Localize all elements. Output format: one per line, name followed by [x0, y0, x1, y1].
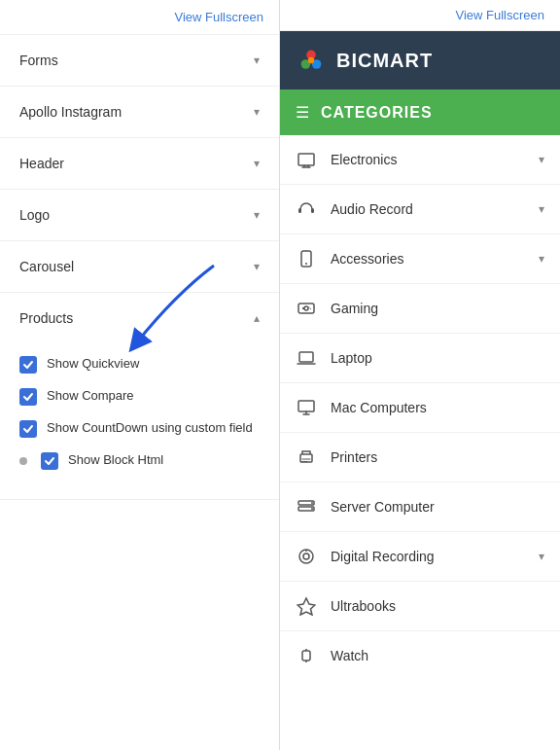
cat-item-ultrabooks[interactable]: Ultrabooks [280, 582, 560, 631]
cat-label-server: Server Computer [331, 499, 544, 515]
accordion-label-forms: Forms [19, 53, 58, 68]
mac-icon [296, 397, 317, 418]
show-block-html-row: Show Block Html [19, 451, 260, 470]
accordion-header-products[interactable]: Products ▴ [0, 293, 279, 343]
cat-label-digital: Digital Recording [331, 549, 525, 564]
cat-item-mac-computers[interactable]: Mac Computers [280, 383, 560, 433]
chevron-up-icon: ▴ [254, 311, 260, 325]
left-panel: View Fullscreen Forms ▾ Apollo Instagram… [0, 0, 280, 750]
accordion-header-logo[interactable]: Logo ▾ [0, 190, 279, 240]
ultrabooks-icon [296, 595, 317, 617]
show-compare-label: Show Compare [47, 387, 134, 405]
svg-rect-4 [298, 154, 314, 165]
accordion-logo: Logo ▾ [0, 190, 279, 241]
chevron-down-icon: ▾ [254, 105, 260, 119]
svg-point-3 [308, 57, 314, 63]
chevron-down-icon: ▾ [539, 550, 544, 563]
svg-point-13 [308, 306, 309, 307]
accordion-label-products: Products [19, 310, 73, 326]
show-countdown-label: Show CountDown using custom field [47, 419, 253, 437]
categories-header: ☰ CATEGORIES [280, 89, 560, 135]
show-quickview-label: Show Quickview [47, 355, 139, 373]
cat-label-ultrabooks: Ultrabooks [331, 598, 544, 614]
cat-item-accessories[interactable]: Accessories ▾ [280, 234, 560, 284]
printers-icon [296, 446, 317, 468]
svg-point-22 [299, 550, 313, 563]
show-compare-row: Show Compare [19, 387, 260, 406]
cat-label-electronics: Electronics [331, 152, 525, 167]
right-panel: View Fullscreen BICMART ☰ CATEGORIES Ele… [280, 0, 560, 750]
accordion-label-logo: Logo [19, 207, 50, 223]
svg-rect-16 [298, 401, 314, 411]
svg-point-21 [311, 508, 313, 510]
svg-point-10 [304, 306, 308, 310]
accordion-forms: Forms ▾ [0, 35, 279, 87]
show-quickview-row: Show Quickview [19, 355, 260, 374]
cat-label-gaming: Gaming [331, 301, 544, 316]
svg-marker-25 [298, 598, 315, 615]
chevron-down-icon: ▾ [254, 208, 260, 222]
hamburger-icon: ☰ [296, 103, 309, 122]
dot-indicator [19, 457, 27, 465]
server-icon [296, 496, 317, 518]
products-content: Show Quickview Show Compare Show CountDo… [0, 343, 279, 499]
cat-item-server-computer[interactable]: Server Computer [280, 482, 560, 532]
show-compare-checkbox[interactable] [19, 388, 37, 406]
cat-item-laptop[interactable]: Laptop [280, 334, 560, 383]
accordion-header-carousel[interactable]: Carousel ▾ [0, 241, 279, 292]
accordion-label-carousel: Carousel [19, 259, 74, 274]
show-block-html-label: Show Block Html [68, 451, 163, 469]
chevron-down-icon: ▾ [254, 157, 260, 170]
accordion-label-apollo: Apollo Instagram [19, 104, 122, 120]
electronics-icon [296, 149, 317, 170]
brand-header: BICMART [280, 31, 560, 89]
cat-item-gaming[interactable]: Gaming [280, 284, 560, 334]
fullscreen-link-right[interactable]: View Fullscreen [455, 8, 544, 22]
accordion-header-apollo[interactable]: Apollo Instagram ▾ [0, 87, 279, 137]
accordion-header-item: Header ▾ [0, 138, 279, 190]
fullscreen-link-left[interactable]: View Fullscreen [174, 10, 263, 24]
svg-point-20 [311, 502, 313, 504]
show-countdown-checkbox[interactable] [19, 420, 37, 438]
show-quickview-checkbox[interactable] [19, 356, 37, 374]
svg-rect-17 [300, 454, 312, 462]
accordion-carousel: Carousel ▾ [0, 241, 279, 293]
svg-rect-6 [311, 208, 314, 213]
view-fullscreen-left[interactable]: View Fullscreen [0, 0, 279, 35]
chevron-down-icon: ▾ [254, 54, 260, 67]
cat-label-accessories: Accessories [331, 251, 525, 267]
svg-rect-15 [299, 352, 313, 362]
chevron-down-icon: ▾ [254, 260, 260, 273]
digital-recording-icon [296, 546, 317, 567]
svg-rect-5 [298, 208, 301, 213]
svg-rect-9 [298, 304, 314, 313]
cat-item-audio-record[interactable]: Audio Record ▾ [280, 185, 560, 234]
cat-label-laptop: Laptop [331, 350, 544, 366]
watch-icon [296, 645, 317, 666]
view-fullscreen-right[interactable]: View Fullscreen [280, 0, 560, 31]
accordion-products: Products ▴ Show Quickview Show Compare [0, 293, 279, 500]
chevron-down-icon: ▾ [539, 153, 544, 166]
cat-item-digital-recording[interactable]: Digital Recording ▾ [280, 532, 560, 582]
accordion-header-forms[interactable]: Forms ▾ [0, 35, 279, 86]
cat-item-printers[interactable]: Printers [280, 433, 560, 482]
brand-name-text: BICMART [336, 50, 433, 72]
accordion-header-header[interactable]: Header ▾ [0, 138, 279, 189]
gaming-icon [296, 298, 317, 319]
svg-point-14 [310, 308, 311, 309]
cat-item-watch[interactable]: Watch [280, 631, 560, 680]
accessories-icon [296, 248, 317, 269]
svg-point-23 [303, 554, 309, 559]
categories-title: CATEGORIES [321, 104, 433, 122]
svg-rect-26 [302, 651, 310, 661]
accordion-apollo: Apollo Instagram ▾ [0, 87, 279, 138]
cat-label-audio: Audio Record [331, 201, 525, 217]
show-block-html-checkbox[interactable] [41, 452, 58, 470]
laptop-icon [296, 347, 317, 369]
chevron-down-icon: ▾ [539, 202, 544, 216]
cat-item-electronics[interactable]: Electronics ▾ [280, 135, 560, 185]
cat-label-watch: Watch [331, 648, 544, 663]
svg-point-8 [305, 263, 307, 265]
audio-icon [296, 198, 317, 220]
show-countdown-row: Show CountDown using custom field [19, 419, 260, 438]
